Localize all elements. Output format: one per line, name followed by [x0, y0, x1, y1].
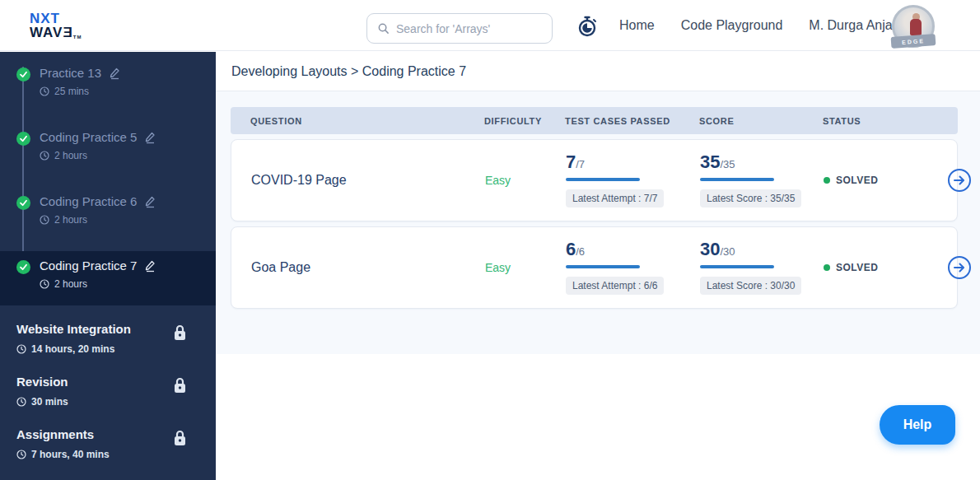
- course-sidebar: Practice 13 25 mins Coding Practice 5: [0, 52, 216, 480]
- score-metric: 30/30 Latest Score : 30/30: [700, 240, 824, 295]
- sidebar-item-practice-13[interactable]: Practice 13 25 mins: [0, 58, 216, 123]
- sidebar-item-duration: 2 hours: [54, 278, 87, 290]
- table-row[interactable]: COVID-19 Page Easy 7/7 Latest Attempt : …: [231, 139, 958, 221]
- question-title[interactable]: COVID-19 Page: [251, 173, 485, 188]
- sidebar-item-revision[interactable]: Revision 30 mins: [0, 363, 216, 416]
- solved-dot-icon: [824, 177, 830, 184]
- sidebar-item-label: Coding Practice 5: [40, 130, 137, 144]
- open-question-arrow-icon[interactable]: [947, 255, 972, 280]
- col-question: QUESTION: [250, 116, 484, 126]
- col-difficulty: DIFFICULTY: [484, 116, 565, 126]
- sidebar-item-label: Coding Practice 7: [40, 259, 137, 273]
- score-metric: 35/35 Latest Score : 35/35: [700, 153, 824, 207]
- test-cases-metric: 7/7 Latest Attempt : 7/7: [566, 153, 700, 207]
- avatar-photo-body: [910, 19, 922, 35]
- top-header: NXT WAVƎTM Home Code Playground M. Durga…: [0, 0, 980, 51]
- col-status: STATUS: [823, 116, 946, 126]
- sidebar-item-mock-tests[interactable]: Mock Tests: [0, 468, 216, 480]
- logo-tm: TM: [73, 35, 82, 40]
- score-value: 30: [700, 239, 720, 259]
- edit-pencil-icon[interactable]: [143, 131, 156, 144]
- score-total-value: /35: [720, 158, 735, 170]
- sidebar-item-coding-practice-5[interactable]: Coding Practice 5 2 hours: [0, 123, 216, 187]
- clock-icon: [40, 151, 49, 161]
- col-score: SCORE: [699, 116, 823, 126]
- tests-progress-bar: [566, 178, 640, 181]
- clock-icon: [40, 86, 49, 96]
- edit-pencil-icon[interactable]: [143, 259, 156, 273]
- sidebar-item-duration: 14 hours, 20 mins: [31, 343, 114, 355]
- sidebar-timeline: Practice 13 25 mins Coding Practice 5: [0, 52, 216, 305]
- latest-attempt-badge: Latest Attempt : 7/7: [566, 189, 664, 207]
- test-cases-metric: 6/6 Latest Attempt : 6/6: [566, 240, 700, 295]
- sidebar-item-duration: 30 mins: [31, 396, 68, 408]
- avatar-badge-label: EDGE: [902, 38, 925, 45]
- nav-username[interactable]: M. Durga Anjali: [809, 18, 898, 33]
- status-label: SOLVED: [836, 262, 878, 273]
- lock-icon: [172, 324, 188, 342]
- nav-home[interactable]: Home: [619, 18, 655, 33]
- clock-icon: [16, 450, 26, 459]
- solved-dot-icon: [824, 264, 830, 271]
- sidebar-item-label: Revision: [16, 375, 193, 389]
- tests-total-value: /7: [576, 158, 585, 170]
- help-button[interactable]: Help: [880, 405, 955, 445]
- status-badge: SOLVED: [824, 175, 947, 186]
- header-nav: Home Code Playground M. Durga Anjali: [619, 0, 898, 51]
- lock-icon: [172, 429, 188, 447]
- open-question-arrow-icon[interactable]: [947, 168, 972, 193]
- stopwatch-icon[interactable]: [576, 15, 599, 38]
- nav-code-playground[interactable]: Code Playground: [681, 18, 783, 33]
- sidebar-item-label: Practice 13: [40, 66, 101, 80]
- latest-score-badge: Latest Score : 35/35: [700, 189, 801, 207]
- latest-score-badge: Latest Score : 30/30: [700, 277, 801, 295]
- check-circle-icon: [16, 260, 30, 274]
- table-row[interactable]: Goa Page Easy 6/6 Latest Attempt : 6/6 3…: [231, 226, 958, 309]
- sidebar-item-duration: 2 hours: [54, 214, 87, 226]
- sidebar-item-website-integration[interactable]: Website Integration 14 hours, 20 mins: [0, 310, 216, 363]
- tests-progress-bar: [566, 265, 640, 268]
- latest-attempt-badge: Latest Attempt : 6/6: [566, 277, 664, 295]
- score-value: 35: [700, 151, 720, 172]
- sidebar-item-duration: 2 hours: [54, 150, 87, 161]
- logo-line1: NXT: [30, 12, 82, 26]
- clock-icon: [16, 344, 26, 354]
- avatar-edge-badge: EDGE: [891, 34, 936, 49]
- clock-icon: [16, 397, 26, 407]
- sidebar-item-label: Coding Practice 6: [40, 194, 137, 208]
- questions-section: QUESTION DIFFICULTY TEST CASES PASSED SC…: [216, 91, 980, 354]
- status-label: SOLVED: [836, 175, 878, 186]
- sidebar-item-duration: 7 hours, 40 mins: [31, 449, 110, 460]
- clock-icon: [40, 279, 49, 289]
- score-total-value: /30: [720, 245, 735, 258]
- sidebar-item-coding-practice-7[interactable]: Coding Practice 7 2 hours: [0, 251, 216, 305]
- user-avatar[interactable]: EDGE: [892, 5, 935, 48]
- breadcrumb-bar: Developing Layouts > Coding Practice 7: [216, 52, 980, 91]
- main-content: Developing Layouts > Coding Practice 7 Q…: [216, 52, 980, 480]
- lock-icon: [172, 376, 188, 394]
- status-badge: SOLVED: [824, 262, 947, 273]
- tests-total-value: /6: [576, 245, 585, 258]
- edit-pencil-icon[interactable]: [143, 195, 156, 208]
- col-test-cases: TEST CASES PASSED: [565, 116, 699, 126]
- question-title[interactable]: Goa Page: [251, 260, 485, 275]
- breadcrumb[interactable]: Developing Layouts > Coding Practice 7: [231, 64, 466, 79]
- difficulty-label: Easy: [485, 174, 566, 187]
- sidebar-item-coding-practice-6[interactable]: Coding Practice 6 2 hours: [0, 187, 216, 251]
- nxtwave-logo[interactable]: NXT WAVƎTM: [30, 12, 82, 40]
- sidebar-item-assignments[interactable]: Assignments 7 hours, 40 mins: [0, 416, 216, 468]
- difficulty-label: Easy: [485, 261, 566, 274]
- score-progress-bar: [700, 178, 774, 181]
- check-circle-icon: [16, 68, 30, 82]
- logo-line2: WAVƎTM: [30, 26, 82, 40]
- search-icon: [377, 22, 390, 35]
- edit-pencil-icon[interactable]: [108, 67, 121, 80]
- sidebar-item-duration: 25 mins: [54, 86, 89, 97]
- score-progress-bar: [700, 265, 774, 268]
- search-input[interactable]: [396, 22, 542, 35]
- clock-icon: [40, 215, 49, 225]
- tests-passed-value: 7: [566, 151, 576, 172]
- search-box[interactable]: [366, 13, 553, 44]
- sidebar-item-label: Assignments: [16, 427, 193, 441]
- table-header: QUESTION DIFFICULTY TEST CASES PASSED SC…: [231, 107, 958, 134]
